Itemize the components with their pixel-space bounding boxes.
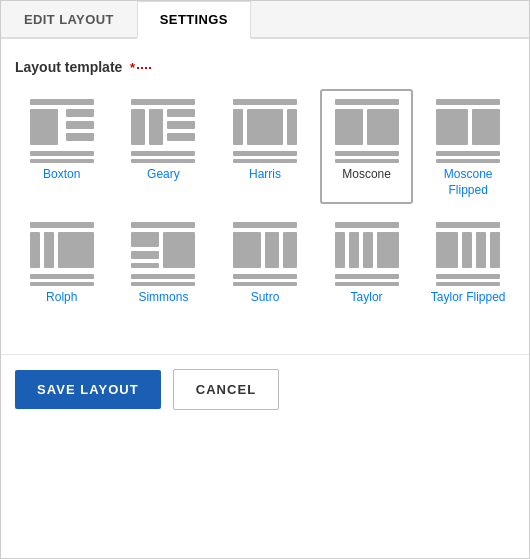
sutro-label: Sutro bbox=[251, 290, 280, 306]
svg-rect-8 bbox=[131, 109, 145, 145]
svg-rect-43 bbox=[131, 282, 195, 286]
svg-rect-17 bbox=[247, 109, 283, 145]
template-item-sutro[interactable]: Sutro bbox=[218, 212, 312, 312]
svg-rect-55 bbox=[335, 274, 399, 279]
boxton-label: Boxton bbox=[43, 167, 80, 183]
section-label: Layout template * bbox=[15, 59, 515, 75]
tab-settings[interactable]: SETTINGS bbox=[137, 1, 251, 39]
svg-rect-10 bbox=[167, 109, 195, 117]
svg-rect-60 bbox=[476, 232, 486, 268]
svg-rect-29 bbox=[436, 151, 500, 156]
svg-rect-58 bbox=[436, 232, 458, 268]
svg-rect-42 bbox=[131, 274, 195, 279]
svg-rect-21 bbox=[335, 99, 399, 105]
template-item-rolph[interactable]: Rolph bbox=[15, 212, 109, 312]
svg-rect-24 bbox=[335, 151, 399, 156]
template-grid: Boxton Geary bbox=[15, 89, 515, 312]
template-item-boxton[interactable]: Boxton bbox=[15, 89, 109, 204]
svg-rect-54 bbox=[377, 232, 399, 268]
svg-rect-63 bbox=[436, 282, 500, 286]
template-item-moscone-flipped[interactable]: Moscone Flipped bbox=[421, 89, 515, 204]
template-item-harris[interactable]: Harris bbox=[218, 89, 312, 204]
svg-rect-32 bbox=[30, 232, 40, 268]
svg-rect-56 bbox=[335, 282, 399, 286]
simmons-icon bbox=[127, 218, 199, 290]
svg-rect-18 bbox=[287, 109, 297, 145]
boxton-icon bbox=[26, 95, 98, 167]
template-item-simmons[interactable]: Simmons bbox=[117, 212, 211, 312]
svg-rect-33 bbox=[44, 232, 54, 268]
geary-label: Geary bbox=[147, 167, 180, 183]
svg-rect-0 bbox=[30, 99, 94, 105]
template-item-taylor[interactable]: Taylor bbox=[320, 212, 414, 312]
svg-rect-36 bbox=[30, 282, 94, 286]
svg-rect-16 bbox=[233, 109, 243, 145]
svg-rect-1 bbox=[30, 109, 58, 145]
svg-rect-50 bbox=[335, 222, 399, 228]
tab-edit-layout[interactable]: EDIT LAYOUT bbox=[1, 1, 137, 37]
tabs-container: EDIT LAYOUT SETTINGS bbox=[1, 1, 529, 39]
svg-rect-7 bbox=[131, 99, 195, 105]
svg-rect-15 bbox=[233, 99, 297, 105]
sutro-icon bbox=[229, 218, 301, 290]
svg-rect-45 bbox=[233, 232, 261, 268]
harris-icon bbox=[229, 95, 301, 167]
svg-rect-41 bbox=[163, 232, 195, 268]
svg-rect-34 bbox=[58, 232, 94, 268]
svg-rect-39 bbox=[131, 251, 159, 259]
moscone-label: Moscone bbox=[342, 167, 391, 183]
svg-rect-44 bbox=[233, 222, 297, 228]
svg-rect-40 bbox=[131, 263, 159, 268]
svg-rect-62 bbox=[436, 274, 500, 279]
template-item-moscone[interactable]: Moscone bbox=[320, 89, 414, 204]
svg-rect-47 bbox=[283, 232, 297, 268]
svg-rect-6 bbox=[30, 159, 94, 163]
moscone-flipped-icon bbox=[432, 95, 504, 167]
svg-rect-59 bbox=[462, 232, 472, 268]
svg-rect-13 bbox=[131, 151, 195, 156]
cancel-button[interactable]: CANCEL bbox=[173, 369, 279, 410]
svg-rect-14 bbox=[131, 159, 195, 163]
taylor-label: Taylor bbox=[351, 290, 383, 306]
required-asterisk: * bbox=[126, 60, 135, 75]
svg-rect-61 bbox=[490, 232, 500, 268]
main-content: Layout template * Boxton bbox=[1, 39, 529, 350]
svg-rect-3 bbox=[66, 121, 94, 129]
svg-rect-26 bbox=[436, 99, 500, 105]
taylor-flipped-label: Taylor Flipped bbox=[431, 290, 506, 306]
svg-rect-48 bbox=[233, 274, 297, 279]
svg-rect-4 bbox=[66, 133, 94, 141]
svg-rect-2 bbox=[66, 109, 94, 117]
svg-rect-5 bbox=[30, 151, 94, 156]
svg-rect-35 bbox=[30, 274, 94, 279]
taylor-icon bbox=[331, 218, 403, 290]
rolph-label: Rolph bbox=[46, 290, 77, 306]
svg-rect-23 bbox=[367, 109, 399, 145]
svg-rect-20 bbox=[233, 159, 297, 163]
harris-label: Harris bbox=[249, 167, 281, 183]
svg-rect-25 bbox=[335, 159, 399, 163]
simmons-label: Simmons bbox=[138, 290, 188, 306]
svg-rect-46 bbox=[265, 232, 279, 268]
svg-rect-49 bbox=[233, 282, 297, 286]
svg-rect-53 bbox=[363, 232, 373, 268]
svg-rect-52 bbox=[349, 232, 359, 268]
save-layout-button[interactable]: SAVE LAYOUT bbox=[15, 370, 161, 409]
taylor-flipped-icon bbox=[432, 218, 504, 290]
template-item-geary[interactable]: Geary bbox=[117, 89, 211, 204]
template-item-taylor-flipped[interactable]: Taylor Flipped bbox=[421, 212, 515, 312]
svg-rect-11 bbox=[167, 121, 195, 129]
moscone-flipped-label: Moscone Flipped bbox=[425, 167, 511, 198]
svg-rect-57 bbox=[436, 222, 500, 228]
svg-rect-51 bbox=[335, 232, 345, 268]
footer: SAVE LAYOUT CANCEL bbox=[1, 354, 529, 420]
svg-rect-30 bbox=[436, 159, 500, 163]
svg-rect-12 bbox=[167, 133, 195, 141]
required-dots bbox=[137, 67, 151, 69]
svg-rect-27 bbox=[436, 109, 468, 145]
svg-rect-28 bbox=[472, 109, 500, 145]
moscone-icon bbox=[331, 95, 403, 167]
rolph-icon bbox=[26, 218, 98, 290]
svg-rect-31 bbox=[30, 222, 94, 228]
svg-rect-22 bbox=[335, 109, 363, 145]
